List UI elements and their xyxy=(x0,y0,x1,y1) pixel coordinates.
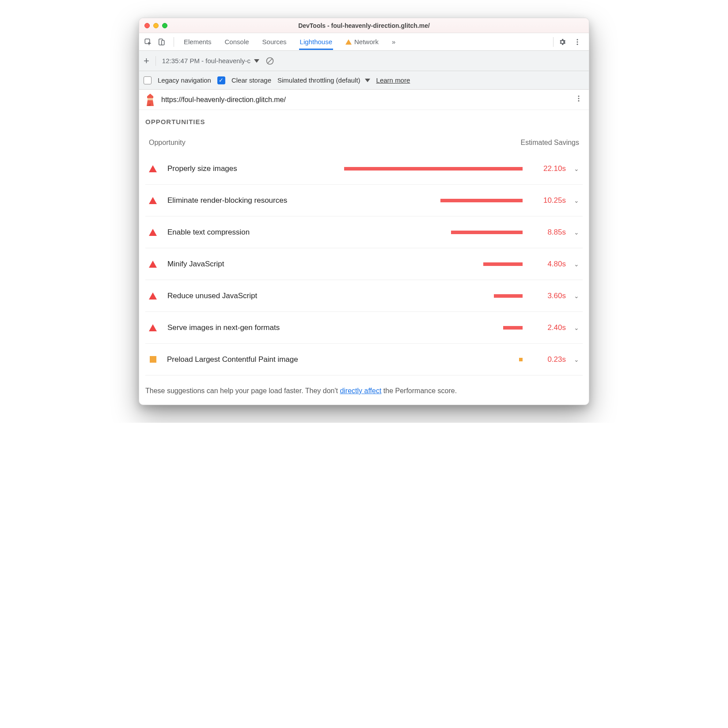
opportunity-row[interactable]: Minify JavaScript 4.80s ⌄ xyxy=(145,248,583,280)
opportunity-label: Enable text compression xyxy=(167,228,340,237)
col-opportunity: Opportunity xyxy=(149,139,186,147)
svg-point-5 xyxy=(577,43,578,45)
lighthouse-settings-bar: Legacy navigation ✓ Clear storage Simula… xyxy=(139,71,589,90)
chevron-down-icon[interactable]: ⌄ xyxy=(570,356,583,363)
tab-lighthouse[interactable]: Lighthouse xyxy=(299,34,333,50)
savings-value: 3.60s xyxy=(531,292,566,300)
throttling-caret-icon[interactable] xyxy=(365,79,370,82)
column-headers: Opportunity Estimated Savings xyxy=(139,128,589,153)
window-title: DevTools - foul-heavenly-direction.glitc… xyxy=(139,22,589,29)
tabs-overflow-icon[interactable]: » xyxy=(391,34,396,50)
savings-bar xyxy=(519,358,523,361)
device-toggle-icon[interactable] xyxy=(157,38,166,46)
lighthouse-icon xyxy=(145,94,155,106)
savings-value: 10.25s xyxy=(531,196,566,205)
savings-bar xyxy=(503,326,523,330)
savings-value: 22.10s xyxy=(531,164,566,173)
svg-line-7 xyxy=(268,59,272,63)
lighthouse-toolbar: + 12:35:47 PM - foul-heavenly-c xyxy=(139,51,589,71)
svg-marker-8 xyxy=(147,94,153,98)
chevron-down-icon[interactable]: ⌄ xyxy=(570,197,583,204)
fail-triangle-icon xyxy=(149,197,157,204)
tab-network-label: Network xyxy=(354,38,379,46)
savings-value: 0.23s xyxy=(531,355,566,364)
savings-bar-track xyxy=(344,358,523,361)
fail-triangle-icon xyxy=(149,292,157,300)
chevron-down-icon[interactable]: ⌄ xyxy=(570,229,583,236)
svg-point-12 xyxy=(578,95,580,97)
opportunity-label: Minify JavaScript xyxy=(167,260,340,269)
divider xyxy=(174,37,174,47)
clear-icon[interactable] xyxy=(265,57,274,65)
savings-bar-track xyxy=(344,167,523,171)
report-more-icon[interactable] xyxy=(575,95,583,105)
fail-triangle-icon xyxy=(149,229,157,236)
tab-sources[interactable]: Sources xyxy=(262,34,288,50)
tab-console[interactable]: Console xyxy=(224,34,250,50)
warn-square-icon xyxy=(150,356,156,363)
fail-triangle-icon xyxy=(149,324,157,331)
report-selector-label: 12:35:47 PM - foul-heavenly-c xyxy=(162,57,250,64)
clear-storage-label: Clear storage xyxy=(231,76,271,84)
svg-point-4 xyxy=(577,41,578,42)
more-vertical-icon[interactable] xyxy=(573,38,582,46)
opportunity-label: Eliminate render-blocking resources xyxy=(167,196,340,205)
svg-rect-9 xyxy=(148,98,153,100)
savings-bar-track xyxy=(344,199,523,202)
savings-bar xyxy=(451,231,523,234)
devtools-tabbar: Elements Console Sources Lighthouse Netw… xyxy=(139,33,589,51)
opportunity-row[interactable]: Enable text compression 8.85s ⌄ xyxy=(145,216,583,248)
svg-point-14 xyxy=(578,100,580,102)
chevron-down-icon[interactable]: ⌄ xyxy=(570,324,583,331)
opportunity-label: Serve images in next-gen formats xyxy=(167,323,340,332)
gear-icon[interactable] xyxy=(558,38,567,46)
new-report-button[interactable]: + xyxy=(144,55,149,67)
opportunities-list: Properly size images 22.10s ⌄ Eliminate … xyxy=(139,153,589,379)
svg-point-3 xyxy=(577,39,578,40)
chevron-down-icon[interactable]: ⌄ xyxy=(570,292,583,300)
footer-pre: These suggestions can help your page loa… xyxy=(145,387,340,394)
throttling-label: Simulated throttling (default) xyxy=(277,76,360,84)
col-savings: Estimated Savings xyxy=(520,139,579,147)
savings-value: 8.85s xyxy=(531,228,566,237)
legacy-nav-checkbox[interactable] xyxy=(144,76,152,84)
opportunities-footer: These suggestions can help your page loa… xyxy=(139,379,589,405)
warning-icon xyxy=(345,39,352,45)
opportunity-row[interactable]: Preload Largest Contentful Paint image 0… xyxy=(145,344,583,375)
legacy-nav-label: Legacy navigation xyxy=(158,76,211,84)
opportunity-label: Properly size images xyxy=(167,164,340,173)
fail-triangle-icon xyxy=(149,261,157,268)
learn-more-link[interactable]: Learn more xyxy=(376,76,410,84)
opportunity-row[interactable]: Properly size images 22.10s ⌄ xyxy=(145,153,583,185)
opportunity-row[interactable]: Eliminate render-blocking resources 10.2… xyxy=(145,185,583,216)
inspect-icon[interactable] xyxy=(144,38,152,46)
footer-post: the Performance score. xyxy=(381,387,457,394)
savings-bar-track xyxy=(344,294,523,298)
report-selector[interactable]: 12:35:47 PM - foul-heavenly-c xyxy=(162,57,259,64)
audited-url-bar: https://foul-heavenly-direction.glitch.m… xyxy=(139,90,589,110)
savings-bar xyxy=(440,199,523,202)
savings-bar-track xyxy=(344,231,523,234)
savings-bar xyxy=(494,294,523,298)
chevron-down-icon[interactable]: ⌄ xyxy=(570,261,583,268)
chevron-down-icon[interactable]: ⌄ xyxy=(570,165,583,172)
savings-bar xyxy=(344,167,523,171)
clear-storage-checkbox[interactable]: ✓ xyxy=(217,76,225,84)
tab-elements[interactable]: Elements xyxy=(183,34,212,50)
savings-bar-track xyxy=(344,326,523,330)
caret-down-icon xyxy=(254,59,259,63)
svg-point-13 xyxy=(578,98,580,99)
opportunity-row[interactable]: Serve images in next-gen formats 2.40s ⌄ xyxy=(145,312,583,344)
audited-url: https://foul-heavenly-direction.glitch.m… xyxy=(161,96,569,104)
savings-bar xyxy=(483,262,523,266)
titlebar: DevTools - foul-heavenly-direction.glitc… xyxy=(139,18,589,33)
tab-network[interactable]: Network xyxy=(345,34,379,50)
opportunity-label: Reduce unused JavaScript xyxy=(167,292,340,300)
divider xyxy=(155,56,156,66)
directly-affect-link[interactable]: directly affect xyxy=(340,387,381,394)
opportunity-row[interactable]: Reduce unused JavaScript 3.60s ⌄ xyxy=(145,280,583,312)
opportunity-label: Preload Largest Contentful Paint image xyxy=(167,355,339,364)
svg-rect-2 xyxy=(162,40,164,45)
savings-value: 2.40s xyxy=(531,323,566,332)
fail-triangle-icon xyxy=(149,165,157,172)
